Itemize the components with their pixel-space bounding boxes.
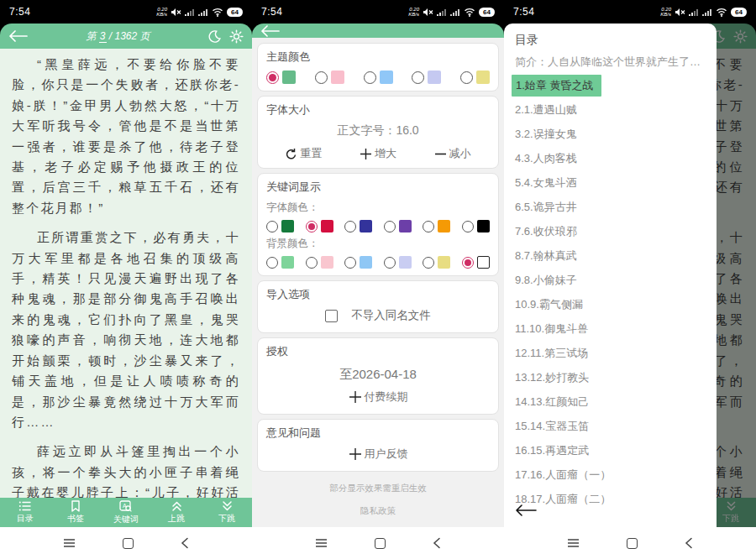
- color-swatch[interactable]: [360, 220, 372, 232]
- jump-down-icon: [221, 500, 234, 512]
- decrease-font-button[interactable]: 减小: [434, 146, 471, 161]
- toolbar-item-keywords[interactable]: A 关键词: [101, 498, 151, 527]
- theme-color-option[interactable]: [266, 71, 296, 84]
- theme-color-option[interactable]: [460, 71, 490, 84]
- reset-icon: [285, 148, 297, 160]
- nav-back-icon[interactable]: [685, 537, 693, 549]
- toc-item[interactable]: 10.9.霸气侧漏: [515, 292, 706, 316]
- keyword-font-color-option[interactable]: [266, 220, 294, 232]
- color-swatch[interactable]: [438, 220, 450, 232]
- checkbox-label[interactable]: 不导入同名文件: [351, 308, 431, 323]
- paragraph: 正所谓重赏之下，必有勇夫，十万大军里都是各地召集的顶级高手，精英！只见漫天遍野出…: [12, 227, 240, 432]
- toolbar-item-jump-up[interactable]: 上跳: [151, 498, 202, 527]
- radio-selected[interactable]: [266, 71, 279, 84]
- radio[interactable]: [460, 71, 473, 84]
- toolbar-item-bookmark[interactable]: 书签: [50, 498, 101, 527]
- night-mode-icon[interactable]: [207, 29, 222, 44]
- page-indicator[interactable]: 第 3 / 1362 页: [29, 29, 207, 44]
- toc-item[interactable]: 16.15.再遇定武: [515, 438, 706, 462]
- color-swatch[interactable]: [331, 71, 344, 84]
- keyword-bg-color-option[interactable]: [266, 256, 294, 269]
- settings-body: 主题颜色 字体大小 正文字号：16.0 重置: [252, 38, 504, 527]
- back-arrow-icon[interactable]: [8, 30, 29, 42]
- color-swatch[interactable]: [477, 256, 490, 269]
- font-color-label: 字体颜色：: [266, 201, 490, 215]
- nav-back-icon[interactable]: [181, 537, 189, 549]
- renew-button[interactable]: 付费续期: [349, 389, 408, 405]
- signal-5g-icon: [450, 8, 460, 17]
- toc-item[interactable]: 13.12.妙打教头: [515, 365, 706, 389]
- android-navbar: [0, 527, 252, 559]
- toc-back-button[interactable]: [515, 504, 537, 520]
- keyword-bg-color-option[interactable]: [462, 256, 490, 269]
- toc-item[interactable]: 5.4.女鬼斗酒: [515, 170, 706, 195]
- recent-apps-icon[interactable]: [315, 538, 328, 548]
- color-swatch[interactable]: [281, 256, 294, 269]
- nav-back-icon[interactable]: [433, 537, 441, 549]
- toc-item[interactable]: 3.2.误撞女鬼: [515, 122, 706, 146]
- recent-apps-icon[interactable]: [567, 538, 580, 548]
- android-navbar: [252, 527, 504, 559]
- color-swatch[interactable]: [399, 256, 412, 269]
- radio[interactable]: [364, 71, 376, 84]
- color-swatch[interactable]: [321, 256, 333, 269]
- mute-icon: [675, 8, 685, 17]
- home-icon[interactable]: [375, 538, 386, 549]
- color-swatch[interactable]: [380, 71, 393, 84]
- toc-item[interactable]: 7.6.收伏琅邪: [515, 219, 706, 243]
- color-swatch[interactable]: [477, 220, 490, 232]
- toc-item[interactable]: 11.10.御鬼斗兽: [515, 316, 706, 341]
- theme-color-option[interactable]: [315, 71, 344, 84]
- keyword-font-color-option[interactable]: [423, 220, 450, 232]
- keyword-font-color-option[interactable]: [384, 220, 412, 232]
- keyword-bg-color-option[interactable]: [306, 256, 333, 269]
- keyword-font-color-option[interactable]: [344, 220, 372, 232]
- status-bar: 7:54 0.20KB/s 64: [0, 0, 252, 24]
- color-swatch[interactable]: [282, 71, 296, 84]
- color-swatch[interactable]: [438, 256, 450, 269]
- skip-duplicate-checkbox[interactable]: [325, 310, 338, 322]
- home-icon[interactable]: [627, 538, 638, 549]
- theme-color-option[interactable]: [412, 71, 441, 84]
- theme-color-option[interactable]: [364, 71, 393, 84]
- user-feedback-button[interactable]: 用户反馈: [349, 447, 408, 462]
- recent-apps-icon[interactable]: [63, 538, 76, 548]
- color-swatch[interactable]: [476, 71, 490, 84]
- color-swatch[interactable]: [281, 220, 294, 232]
- toc-item[interactable]: 14.13.红颜知己: [515, 389, 706, 414]
- back-arrow-icon[interactable]: [260, 25, 281, 37]
- wifi-icon: [716, 8, 727, 17]
- signal-icon: [437, 8, 447, 17]
- radio[interactable]: [315, 71, 328, 84]
- privacy-policy-link[interactable]: 隐私政策: [257, 505, 499, 517]
- toc-item[interactable]: 8.7.翰林真武: [515, 243, 706, 268]
- keyword-bg-color-option[interactable]: [344, 256, 372, 269]
- color-swatch[interactable]: [428, 71, 441, 84]
- reset-font-button[interactable]: 重置: [285, 146, 322, 161]
- toc-title: 目录: [515, 33, 706, 48]
- keyword-font-color-option[interactable]: [462, 220, 490, 232]
- screen-reader: 7:54 0.20KB/s 64 第 3 / 1362 页 “黑皇薛远，不要给你…: [0, 0, 252, 559]
- toc-intro-item[interactable]: 简介：人自从降临这个世界就产生了与之相…: [515, 55, 704, 70]
- toc-item[interactable]: 18.17.人面瘤（二）: [515, 487, 706, 511]
- toc-item[interactable]: 15.14.宝器玉笛: [515, 414, 706, 438]
- radio[interactable]: [412, 71, 424, 84]
- toc-item[interactable]: 9.8.小偷妹子: [515, 268, 706, 292]
- color-swatch[interactable]: [399, 220, 412, 232]
- color-swatch[interactable]: [360, 256, 372, 269]
- toc-item[interactable]: 12.11.第三试场: [515, 341, 706, 365]
- toc-item-current[interactable]: 1.始章 黄昏之战: [515, 73, 706, 97]
- toc-item[interactable]: 2.1.遭遇山贼: [515, 97, 706, 122]
- settings-gear-icon[interactable]: [229, 29, 244, 44]
- increase-font-button[interactable]: 增大: [360, 146, 396, 161]
- toolbar-item-contents[interactable]: 目录: [0, 498, 50, 527]
- color-swatch[interactable]: [321, 220, 333, 232]
- keyword-font-color-option[interactable]: [306, 220, 333, 232]
- home-icon[interactable]: [123, 538, 134, 549]
- keyword-bg-color-option[interactable]: [423, 256, 450, 269]
- keyword-bg-color-option[interactable]: [384, 256, 412, 269]
- toc-item[interactable]: 17.16.人面瘤（一）: [515, 462, 706, 487]
- toc-item[interactable]: 4.3.人肉客栈: [515, 146, 706, 170]
- toc-item[interactable]: 6.5.诡异古井: [515, 195, 706, 219]
- toolbar-item-jump-down[interactable]: 下跳: [202, 498, 252, 527]
